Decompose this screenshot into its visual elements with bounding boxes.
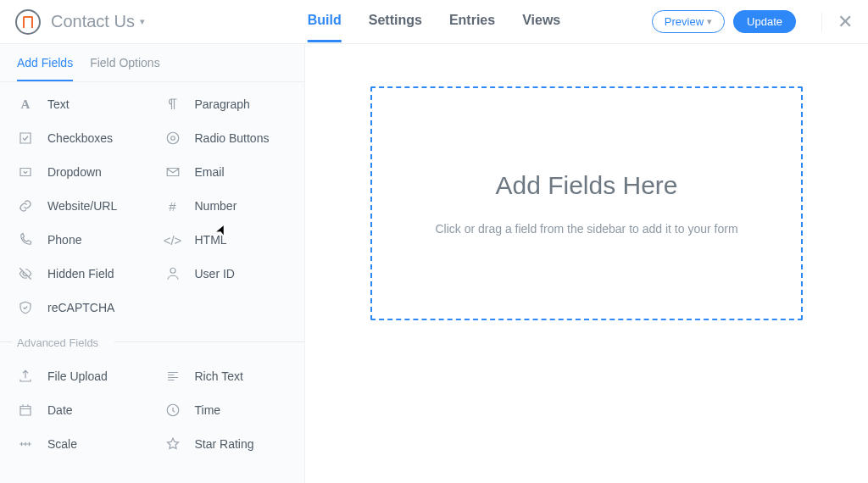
field-type-dropdown[interactable]: Dropdown: [5, 155, 153, 189]
field-type-user-id[interactable]: User ID: [153, 257, 300, 291]
field-type-label: Star Rating: [195, 437, 254, 451]
field-type-scale[interactable]: Scale: [5, 427, 153, 461]
field-type-time[interactable]: Time: [153, 393, 300, 427]
form-title-label: Contact Us: [51, 12, 135, 31]
close-icon[interactable]: ✕: [821, 13, 853, 31]
shield-icon: [17, 299, 34, 316]
field-type-label: Text: [47, 97, 70, 111]
calendar-icon: [17, 402, 34, 419]
field-type-website-url[interactable]: Website/URL: [5, 189, 153, 223]
field-type-radio-buttons[interactable]: Radio Buttons: [153, 121, 300, 155]
tab-field-options[interactable]: Field Options: [90, 56, 159, 81]
field-type-star-rating[interactable]: Star Rating: [153, 427, 300, 461]
dropzone-hint: Click or drag a field from the sidebar t…: [435, 222, 737, 236]
field-type-phone[interactable]: Phone: [5, 223, 153, 257]
field-type-email[interactable]: Email: [153, 155, 300, 189]
field-type-label: Scale: [47, 437, 77, 451]
advanced-fields-header: Advanced Fields: [0, 328, 304, 354]
nav-build[interactable]: Build: [308, 1, 342, 42]
field-type-label: File Upload: [47, 369, 108, 383]
radio-icon: [164, 130, 181, 147]
field-type-number[interactable]: #Number: [153, 189, 300, 223]
field-type-label: Date: [47, 403, 73, 417]
form-title-dropdown[interactable]: Contact Us ▾: [51, 12, 145, 31]
field-type-label: HTML: [195, 233, 227, 247]
field-type-checkboxes[interactable]: Checkboxes: [5, 121, 153, 155]
chevron-down-icon: ▾: [140, 16, 145, 27]
field-type-text[interactable]: AText: [5, 87, 153, 121]
phone-icon: [17, 231, 34, 248]
clock-icon: [164, 402, 181, 419]
nav-settings[interactable]: Settings: [369, 1, 422, 42]
field-type-label: Website/URL: [47, 199, 117, 213]
dropzone-heading: Add Fields Here: [495, 171, 677, 200]
app-logo: [15, 9, 41, 35]
richtext-icon: [164, 368, 181, 385]
field-type-file-upload[interactable]: File Upload: [5, 359, 153, 393]
upload-icon: [17, 368, 34, 385]
field-type-label: reCAPTCHA: [47, 301, 114, 314]
code-icon: </>: [164, 231, 181, 248]
hash-icon: #: [164, 197, 181, 214]
update-button[interactable]: Update: [733, 10, 796, 33]
user-icon: [164, 265, 181, 282]
field-type-recaptcha[interactable]: reCAPTCHA: [5, 291, 153, 325]
field-type-html[interactable]: </>HTML: [153, 223, 300, 257]
text-a-icon: A: [17, 96, 34, 113]
preview-button[interactable]: Preview ▾: [652, 10, 725, 33]
paragraph-icon: [164, 96, 181, 113]
link-icon: [17, 197, 34, 214]
dropdown-icon: [17, 164, 34, 180]
nav-views[interactable]: Views: [522, 1, 560, 42]
field-type-label: Email: [195, 165, 225, 179]
scale-icon: [17, 436, 34, 452]
form-dropzone[interactable]: Add Fields Here Click or drag a field fr…: [370, 86, 803, 320]
field-type-label: Radio Buttons: [195, 131, 270, 145]
tab-add-fields[interactable]: Add Fields: [17, 56, 73, 81]
field-type-label: Hidden Field: [47, 267, 114, 280]
hidden-icon: [17, 265, 34, 282]
preview-button-label: Preview: [665, 15, 704, 28]
field-type-date[interactable]: Date: [5, 393, 153, 427]
field-type-hidden-field[interactable]: Hidden Field: [5, 257, 153, 291]
field-type-label: Time: [195, 403, 221, 417]
field-type-label: Phone: [47, 233, 81, 247]
email-icon: [164, 164, 181, 180]
field-type-label: Rich Text: [195, 369, 243, 383]
field-type-label: User ID: [195, 267, 235, 280]
field-type-label: Number: [195, 199, 237, 213]
nav-entries[interactable]: Entries: [449, 1, 495, 42]
field-type-label: Checkboxes: [47, 131, 113, 145]
field-type-label: Paragraph: [195, 97, 250, 111]
checkbox-icon: [17, 130, 34, 147]
chevron-down-icon: ▾: [707, 16, 712, 27]
field-type-label: Dropdown: [47, 165, 102, 179]
field-type-paragraph[interactable]: Paragraph: [153, 87, 300, 121]
field-type-rich-text[interactable]: Rich Text: [153, 359, 300, 393]
star-icon: [164, 436, 181, 452]
